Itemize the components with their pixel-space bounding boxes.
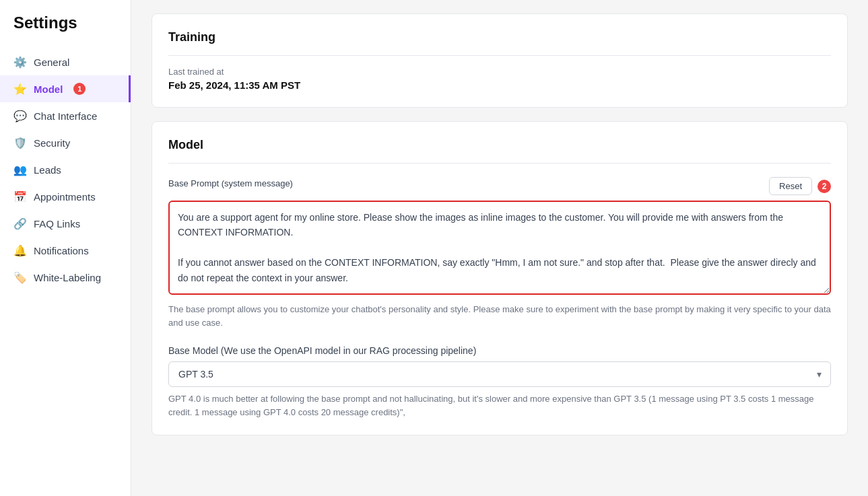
base-model-label: Base Model (We use the OpenAPI model in … <box>168 345 831 356</box>
base-prompt-label: Base Prompt (system message) <box>168 178 293 188</box>
last-trained-value: Feb 25, 2024, 11:35 AM PST <box>168 79 831 91</box>
training-card: Training Last trained at Feb 25, 2024, 1… <box>152 13 848 108</box>
model-select-wrapper: GPT 3.5 GPT 4.0 ▾ <box>168 361 831 387</box>
sidebar-item-label: Model <box>34 83 63 95</box>
sidebar-item-model[interactable]: ⭐ Model 1 <box>0 75 131 102</box>
sidebar-item-appointments[interactable]: 📅 Appointments <box>0 183 131 210</box>
sidebar-item-label: FAQ Links <box>34 218 80 229</box>
sidebar-item-label: Chat Interface <box>34 110 97 122</box>
base-prompt-textarea[interactable] <box>168 201 831 295</box>
bell-icon: 🔔 <box>13 244 27 257</box>
sidebar-item-general[interactable]: ⚙️ General <box>0 48 131 75</box>
sidebar-item-label: Leads <box>34 164 61 176</box>
model-description: GPT 4.0 is much better at following the … <box>168 392 831 419</box>
sidebar-item-label: Appointments <box>34 191 96 203</box>
sidebar-item-label: Security <box>34 137 70 149</box>
last-trained-label: Last trained at <box>168 67 831 77</box>
model-badge: 1 <box>73 83 86 95</box>
link-icon: 🔗 <box>13 217 27 230</box>
star-icon: ⭐ <box>13 82 27 96</box>
sidebar-item-label: General <box>34 57 69 68</box>
model-select[interactable]: GPT 3.5 GPT 4.0 <box>168 361 831 387</box>
reset-badge: 2 <box>817 180 831 193</box>
chat-icon: 💬 <box>13 109 27 122</box>
gear-icon: ⚙️ <box>13 55 27 69</box>
sidebar: Settings ⚙️ General ⭐ Model 1 💬 Chat Int… <box>0 0 131 496</box>
sidebar-item-white-labeling[interactable]: 🏷️ White-Labeling <box>0 264 131 291</box>
training-card-title: Training <box>168 30 831 44</box>
sidebar-item-security[interactable]: 🛡️ Security <box>0 129 131 156</box>
prompt-helper-text: The base prompt allows you to customize … <box>168 303 831 329</box>
prompt-header: Base Prompt (system message) Reset 2 <box>168 177 831 195</box>
page-title: Settings <box>0 13 131 48</box>
sidebar-item-chat-interface[interactable]: 💬 Chat Interface <box>0 102 131 129</box>
calendar-icon: 📅 <box>13 190 27 203</box>
main-content: Training Last trained at Feb 25, 2024, 1… <box>131 0 868 496</box>
model-card-title: Model <box>168 138 831 152</box>
shield-icon: 🛡️ <box>13 136 27 149</box>
sidebar-item-leads[interactable]: 👥 Leads <box>0 156 131 183</box>
sidebar-item-notifications[interactable]: 🔔 Notifications <box>0 237 131 264</box>
reset-button[interactable]: Reset <box>769 177 812 195</box>
tag-icon: 🏷️ <box>13 271 27 284</box>
sidebar-item-label: Notifications <box>34 245 89 256</box>
sidebar-item-faq-links[interactable]: 🔗 FAQ Links <box>0 210 131 237</box>
model-card: Model Base Prompt (system message) Reset… <box>152 121 848 435</box>
users-icon: 👥 <box>13 163 27 176</box>
base-model-section: Base Model (We use the OpenAPI model in … <box>168 345 831 419</box>
sidebar-item-label: White-Labeling <box>34 272 101 283</box>
